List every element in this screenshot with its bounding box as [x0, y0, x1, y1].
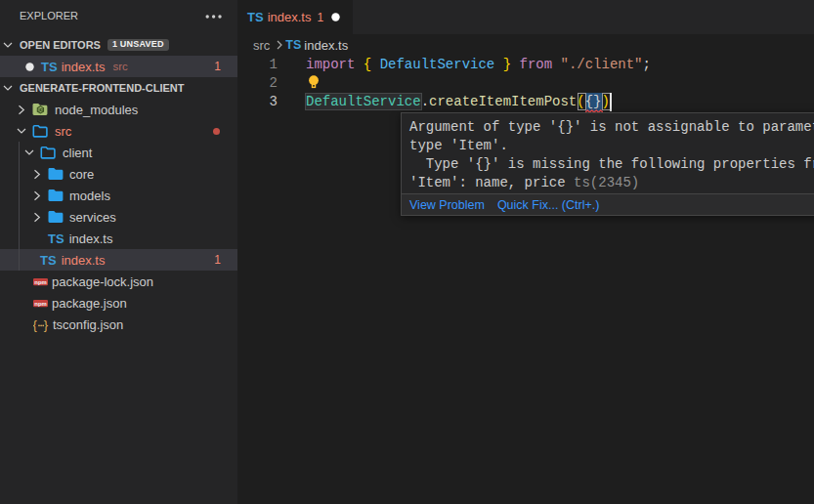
svg-text:npm: npm: [34, 278, 46, 284]
svg-text:npm: npm: [34, 300, 46, 306]
svg-text:{: {: [33, 317, 38, 332]
svg-text:}: }: [44, 317, 49, 332]
